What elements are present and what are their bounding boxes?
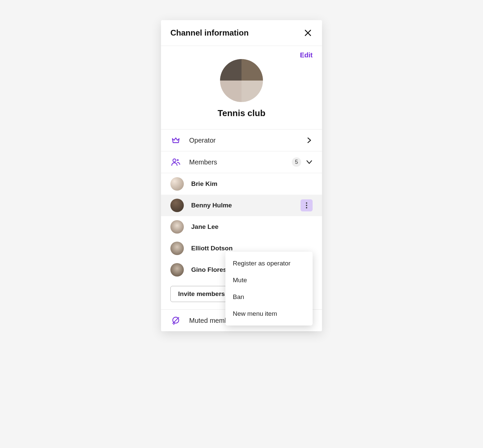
dropdown-item-new-menu-item[interactable]: New menu item bbox=[225, 305, 313, 322]
panel-title: Channel information bbox=[170, 28, 249, 38]
channel-name: Tennis club bbox=[218, 108, 266, 118]
member-name: Jane Lee bbox=[191, 223, 313, 231]
dropdown-item-ban[interactable]: Ban bbox=[225, 289, 313, 305]
crown-icon bbox=[170, 136, 181, 145]
edit-link[interactable]: Edit bbox=[300, 51, 313, 59]
avatar-quad-3 bbox=[220, 81, 241, 102]
close-icon bbox=[304, 29, 312, 37]
members-count-badge: 5 bbox=[292, 157, 301, 167]
more-button[interactable] bbox=[301, 199, 313, 211]
member-avatar bbox=[170, 177, 184, 191]
channel-avatar bbox=[220, 59, 263, 102]
member-avatar bbox=[170, 242, 184, 255]
chevron-down-icon bbox=[306, 159, 313, 165]
section-members-label: Members bbox=[189, 158, 292, 166]
dropdown-item-mute[interactable]: Mute bbox=[225, 272, 313, 289]
member-actions-dropdown: Register as operator Mute Ban New menu i… bbox=[225, 252, 313, 326]
member-avatar bbox=[170, 220, 184, 234]
avatar-quad-1 bbox=[220, 59, 241, 81]
section-operator[interactable]: Operator bbox=[161, 130, 322, 151]
dropdown-item-register-operator[interactable]: Register as operator bbox=[225, 255, 313, 272]
channel-info-panel: Channel information Edit Tennis club Ope… bbox=[161, 20, 322, 331]
edit-row: Edit bbox=[161, 46, 322, 59]
avatar-quad-2 bbox=[241, 59, 263, 81]
member-row[interactable]: Benny Hulme bbox=[161, 195, 322, 216]
member-avatar bbox=[170, 199, 184, 212]
svg-point-2 bbox=[173, 159, 176, 162]
member-name: Elliott Dotson bbox=[191, 245, 313, 252]
member-row[interactable]: Jane Lee bbox=[161, 216, 322, 238]
close-button[interactable] bbox=[303, 28, 313, 38]
member-row[interactable]: Brie Kim bbox=[161, 173, 322, 195]
invite-members-button[interactable]: Invite members bbox=[170, 286, 232, 302]
members-icon bbox=[170, 157, 181, 167]
section-members[interactable]: Members 5 bbox=[161, 151, 322, 173]
chevron-right-icon bbox=[306, 137, 313, 144]
svg-point-3 bbox=[177, 159, 179, 161]
member-avatar bbox=[170, 263, 184, 277]
more-icon bbox=[306, 202, 307, 204]
muted-icon bbox=[170, 316, 181, 325]
member-name: Benny Hulme bbox=[191, 202, 301, 209]
channel-hero: Tennis club bbox=[161, 59, 322, 130]
section-operator-label: Operator bbox=[189, 137, 306, 144]
panel-header: Channel information bbox=[161, 20, 322, 46]
member-name: Brie Kim bbox=[191, 180, 313, 188]
avatar-quad-4 bbox=[241, 81, 263, 102]
